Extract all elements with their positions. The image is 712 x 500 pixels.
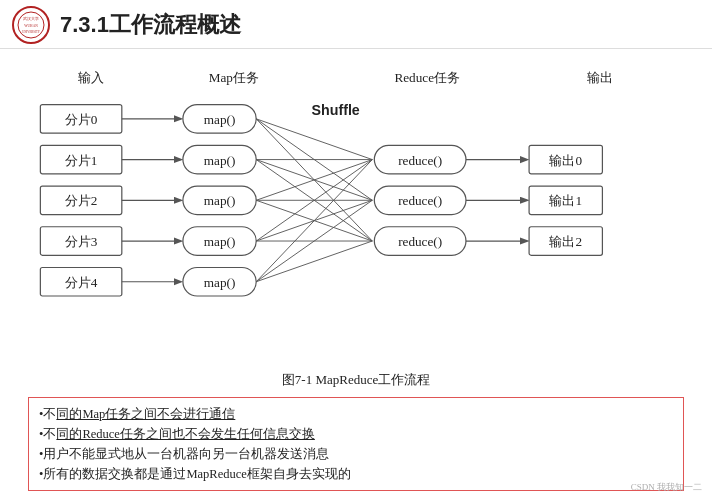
note-1: •不同的Map任务之间不会进行通信 (39, 404, 673, 424)
svg-text:map(): map() (204, 193, 236, 208)
svg-text:reduce(): reduce() (398, 153, 442, 168)
mapreduce-diagram: 输入 Map任务 Reduce任务 输出 Shuffle 分片0 分片1 分片2… (20, 57, 692, 367)
svg-line-26 (256, 119, 372, 160)
note-3: •用户不能显式地从一台机器向另一台机器发送消息 (39, 444, 673, 464)
svg-line-38 (256, 160, 372, 282)
notes-section: •不同的Map任务之间不会进行通信 •不同的Reduce任务之间也不会发生任何信… (28, 397, 684, 491)
svg-text:map(): map() (204, 112, 236, 127)
main-content: 输入 Map任务 Reduce任务 输出 Shuffle 分片0 分片1 分片2… (0, 49, 712, 499)
svg-line-40 (256, 241, 372, 282)
svg-text:分片3: 分片3 (65, 234, 98, 249)
header: 武汉大学 WUHAN UNIVERSITY 7.3.1工作流程概述 (0, 0, 712, 49)
page-title: 7.3.1工作流程概述 (60, 10, 241, 40)
diagram-area: 输入 Map任务 Reduce任务 输出 Shuffle 分片0 分片1 分片2… (20, 57, 692, 367)
shuffle-label: Shuffle (311, 102, 359, 118)
svg-text:输出2: 输出2 (549, 234, 582, 249)
svg-text:WUHAN: WUHAN (24, 24, 38, 28)
watermark: CSDN 我我知一二 (631, 481, 702, 494)
svg-text:map(): map() (204, 234, 236, 249)
diagram-caption: 图7-1 MapReduce工作流程 (20, 371, 692, 389)
svg-text:输出1: 输出1 (549, 193, 582, 208)
reduce-label: Reduce任务 (394, 70, 460, 85)
page-container: 武汉大学 WUHAN UNIVERSITY 7.3.1工作流程概述 输入 Map… (0, 0, 712, 500)
svg-text:UNIVERSITY: UNIVERSITY (22, 30, 41, 34)
svg-text:分片0: 分片0 (65, 112, 98, 127)
note-2: •不同的Reduce任务之间也不会发生任何信息交换 (39, 424, 673, 444)
svg-text:map(): map() (204, 153, 236, 168)
svg-text:map(): map() (204, 275, 236, 290)
svg-text:武汉大学: 武汉大学 (23, 16, 39, 21)
university-logo: 武汉大学 WUHAN UNIVERSITY (12, 6, 50, 44)
note-4: •所有的数据交换都是通过MapReduce框架自身去实现的 (39, 464, 673, 484)
svg-text:分片1: 分片1 (65, 153, 98, 168)
svg-text:分片4: 分片4 (65, 275, 98, 290)
map-label: Map任务 (209, 70, 259, 85)
svg-text:reduce(): reduce() (398, 234, 442, 249)
output-label: 输出 (587, 70, 613, 85)
input-label: 输入 (78, 70, 104, 85)
svg-text:reduce(): reduce() (398, 193, 442, 208)
svg-text:输出0: 输出0 (549, 153, 582, 168)
svg-text:分片2: 分片2 (65, 193, 98, 208)
